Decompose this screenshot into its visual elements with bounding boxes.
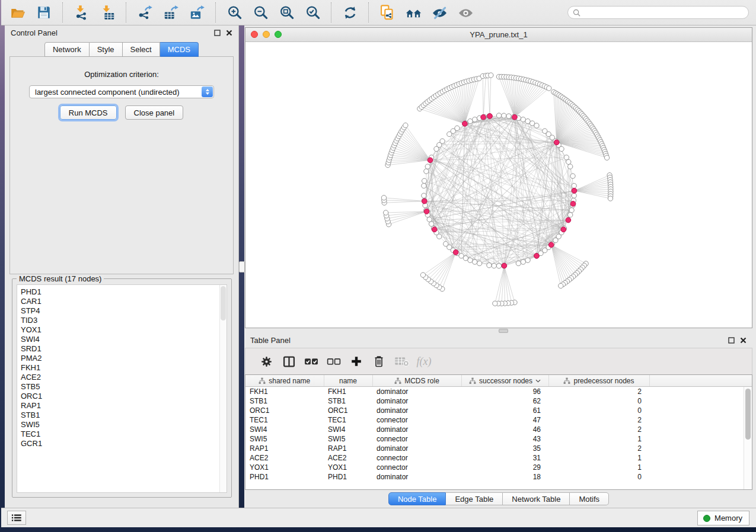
mcds-result-item[interactable]: TID3: [21, 316, 227, 325]
cell-predecessor_nodes[interactable]: 1: [548, 434, 649, 444]
mcds-result-item[interactable]: FKH1: [21, 363, 227, 373]
cell-successor_nodes[interactable]: 18: [461, 472, 548, 482]
mcds-result-item[interactable]: PMA2: [21, 354, 227, 363]
first-neighbors-button[interactable]: [404, 3, 423, 22]
cell-mcds_role[interactable]: dominator: [372, 387, 461, 397]
table-row[interactable]: RAP1RAP1dominator352: [245, 444, 752, 453]
mcds-result-listbox[interactable]: PHD1CAR1STP4TID3YOX1SWI4SRD1PMA2FKH1ACE2…: [17, 284, 227, 493]
float-panel-button[interactable]: [214, 30, 221, 36]
cell-shared_name[interactable]: ACE2: [245, 453, 324, 463]
table-row[interactable]: SWI5SWI5connector431: [245, 434, 752, 444]
cell-mcds_role[interactable]: dominator: [372, 396, 461, 406]
task-history-button[interactable]: [7, 511, 26, 525]
tab-mcds[interactable]: MCDS: [160, 42, 199, 57]
cell-successor_nodes[interactable]: 62: [461, 396, 548, 406]
mcds-result-item[interactable]: YOX1: [21, 325, 227, 335]
cell-successor_nodes[interactable]: 43: [461, 434, 548, 444]
cell-successor_nodes[interactable]: 29: [461, 463, 548, 472]
function-builder-button[interactable]: f(x): [413, 352, 435, 370]
hide-selected-button[interactable]: [430, 3, 449, 22]
vertical-splitter-handle[interactable]: [239, 261, 245, 273]
cell-name[interactable]: TEC1: [324, 415, 372, 425]
open-file-button[interactable]: [8, 3, 27, 22]
column-header-successor-nodes[interactable]: successor nodes: [461, 375, 548, 387]
cell-mcds_role[interactable]: connector: [372, 453, 461, 463]
zoom-out-button[interactable]: [251, 3, 270, 22]
clone-network-button[interactable]: [378, 3, 397, 22]
tab-motifs[interactable]: Motifs: [570, 492, 609, 505]
cell-successor_nodes[interactable]: 47: [461, 415, 548, 425]
cell-name[interactable]: YOX1: [324, 463, 372, 472]
table-scrollbar[interactable]: [744, 387, 752, 489]
deselect-all-rows-button[interactable]: [323, 352, 345, 370]
mcds-list-scrollbar-thumb[interactable]: [221, 286, 226, 321]
mcds-result-item[interactable]: CAR1: [21, 297, 227, 306]
refresh-view-button[interactable]: [340, 3, 359, 22]
tab-node-table[interactable]: Node Table: [388, 492, 446, 505]
cell-name[interactable]: SWI4: [324, 425, 372, 434]
cell-mcds_role[interactable]: connector: [372, 434, 461, 444]
mcds-result-item[interactable]: RAP1: [21, 401, 227, 411]
delete-rows-button[interactable]: [368, 352, 390, 370]
cell-name[interactable]: SWI5: [324, 434, 372, 444]
zoom-fit-button[interactable]: [277, 3, 296, 22]
tab-network-table[interactable]: Network Table: [503, 492, 570, 505]
cell-shared_name[interactable]: ORC1: [245, 406, 324, 415]
show-all-button[interactable]: [456, 3, 475, 22]
table-row[interactable]: STB1STB1dominator620: [245, 396, 752, 406]
column-header-name[interactable]: name: [324, 375, 372, 387]
column-header-predecessor-nodes[interactable]: predecessor nodes: [548, 375, 649, 387]
zoom-selected-button[interactable]: [303, 3, 322, 22]
search-field[interactable]: [567, 6, 749, 19]
cell-shared_name[interactable]: RAP1: [245, 444, 324, 453]
mcds-result-item[interactable]: ACE2: [21, 373, 227, 382]
column-layout-button[interactable]: [277, 352, 300, 370]
column-settings-button[interactable]: [255, 352, 277, 370]
run-mcds-button[interactable]: Run MCDS: [60, 105, 117, 120]
memory-button[interactable]: Memory: [697, 511, 749, 525]
mcds-result-item[interactable]: STB5: [21, 382, 227, 392]
horizontal-splitter-handle[interactable]: [499, 329, 508, 333]
cell-predecessor_nodes[interactable]: 0: [548, 472, 649, 482]
cell-shared_name[interactable]: STB1: [245, 396, 324, 406]
close-table-panel-button[interactable]: [740, 337, 747, 344]
cell-shared_name[interactable]: SWI4: [245, 425, 324, 434]
mcds-result-item[interactable]: PHD1: [21, 287, 227, 297]
cell-shared_name[interactable]: PHD1: [245, 472, 324, 482]
cell-name[interactable]: RAP1: [324, 444, 372, 453]
cell-successor_nodes[interactable]: 31: [461, 453, 548, 463]
window-minimize-button[interactable]: [263, 31, 270, 38]
table-row[interactable]: PHD1PHD1dominator180: [245, 472, 752, 482]
cell-mcds_role[interactable]: connector: [372, 463, 461, 472]
cell-successor_nodes[interactable]: 35: [461, 444, 548, 453]
cell-predecessor_nodes[interactable]: 2: [548, 415, 649, 425]
export-table-button[interactable]: [161, 3, 180, 22]
cell-predecessor_nodes[interactable]: 2: [548, 387, 649, 397]
cell-successor_nodes[interactable]: 96: [461, 387, 548, 397]
zoom-in-button[interactable]: [225, 3, 244, 22]
table-row[interactable]: ORC1ORC1dominator610: [245, 406, 752, 415]
table-row[interactable]: YOX1YOX1connector291: [245, 463, 752, 472]
cell-name[interactable]: PHD1: [324, 472, 372, 482]
mcds-result-item[interactable]: STB1: [21, 411, 227, 420]
cell-mcds_role[interactable]: dominator: [372, 425, 461, 434]
tab-network[interactable]: Network: [44, 42, 90, 57]
network-graph[interactable]: [245, 42, 752, 328]
table-scrollbar-thumb[interactable]: [745, 389, 751, 440]
cell-predecessor_nodes[interactable]: 1: [548, 453, 649, 463]
export-network-button[interactable]: [135, 3, 154, 22]
mcds-result-item[interactable]: STP4: [21, 306, 227, 316]
add-row-button[interactable]: [345, 352, 368, 370]
cell-name[interactable]: ACE2: [324, 453, 372, 463]
mcds-result-item[interactable]: TEC1: [21, 430, 227, 439]
cell-mcds_role[interactable]: connector: [372, 415, 461, 425]
table-row[interactable]: ACE2ACE2connector311: [245, 453, 752, 463]
float-table-panel-button[interactable]: [728, 337, 735, 344]
mcds-result-item[interactable]: SWI5: [21, 420, 227, 430]
import-table-button[interactable]: [98, 3, 117, 22]
tab-edge-table[interactable]: Edge Table: [446, 492, 503, 505]
cell-mcds_role[interactable]: dominator: [372, 472, 461, 482]
mcds-list-scrollbar[interactable]: [219, 285, 227, 492]
search-input[interactable]: [584, 8, 744, 18]
cell-shared_name[interactable]: FKH1: [245, 387, 324, 397]
